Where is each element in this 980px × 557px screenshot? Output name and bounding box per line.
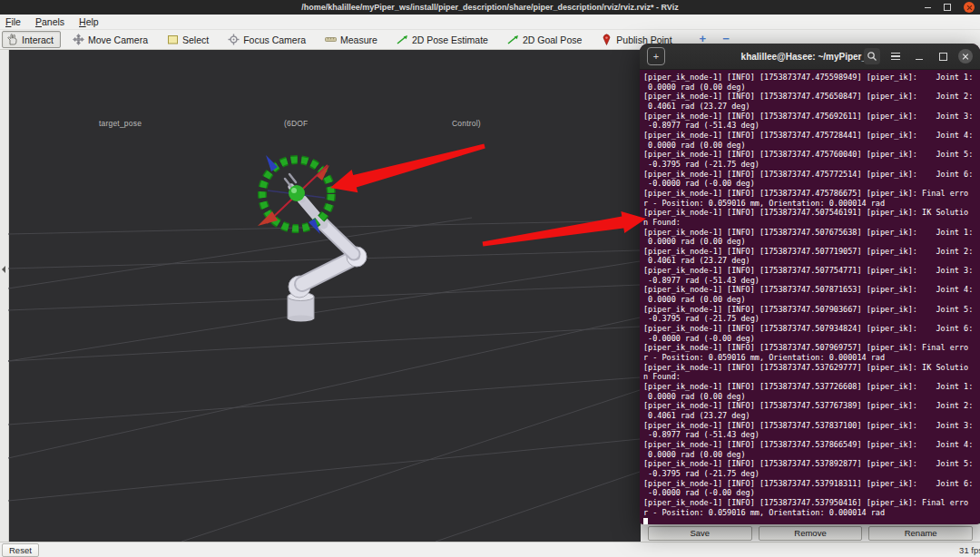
terminal-close-icon[interactable] [958,49,973,64]
tool-interact-button[interactable]: Interact [2,31,61,48]
terminal-window[interactable]: khalillee@Hasee: ~/myPiper_ws + [piper_i… [640,44,980,524]
marker-label-6dof: (6DOF [284,119,309,128]
tool-label: Measure [340,34,377,45]
hand-icon [6,34,18,45]
tool-label: 2D Pose Estimate [412,34,488,45]
tool-label: Move Camera [88,34,148,45]
menu-help[interactable]: Help [79,16,99,27]
menubar: File Panels Help [0,15,980,30]
terminal-maximize-icon[interactable] [935,48,951,64]
marker-label-control: Control) [452,119,481,128]
rviz-window-title: /home/khalillee/myPiper_ws/install/piper… [301,3,678,12]
menu-panels[interactable]: Panels [35,16,64,27]
tool-label: Select [182,34,209,45]
marker-label-target-pose: target_pose [99,119,142,128]
rename-view-button[interactable]: Rename [868,526,973,541]
views-panel-buttons: Save Remove Rename [641,523,980,542]
panel-expand-arrow-icon[interactable] [2,266,5,273]
terminal-cursor [643,518,648,524]
fps-counter: 31 fps [959,545,980,555]
terminal-log-text: [piper_ik_node-1] [INFO] [1753873747.475… [643,73,980,517]
tool-2d-pose-estimate-button[interactable]: 2D Pose Estimate [392,31,495,48]
tool-2d-goal-pose-button[interactable]: 2D Goal Pose [503,31,589,48]
save-view-button[interactable]: Save [648,526,752,541]
tool-label: Interact [22,34,54,45]
terminal-header[interactable]: khalillee@Hasee: ~/myPiper_ws + [640,44,980,70]
tool-move-camera-button[interactable]: Move Camera [68,31,155,48]
menu-file[interactable]: File [5,16,21,27]
tool-focus-camera-button[interactable]: Focus Camera [223,31,313,48]
measure-icon [325,34,337,45]
remove-view-button[interactable]: Remove [759,526,863,541]
tool-label: 2D Goal Pose [523,34,582,45]
rviz-window-controls [925,0,975,15]
tool-measure-button[interactable]: Measure [320,31,385,48]
goal-arrow-icon [507,34,519,45]
tool-select-button[interactable]: Select [162,31,216,48]
select-icon [167,34,179,45]
pose-arrow-icon [397,34,408,45]
maximize-icon[interactable] [944,4,951,11]
map-pin-icon [601,34,612,45]
focus-camera-icon [228,34,240,45]
rviz-titlebar: /home/khalillee/myPiper_ws/install/piper… [0,0,980,15]
reset-button[interactable]: Reset [2,543,39,557]
close-icon[interactable] [964,2,975,13]
statusbar: Reset 31 fps [0,542,980,557]
menu-icon[interactable] [887,48,904,64]
terminal-minimize-icon[interactable] [911,48,927,64]
new-tab-icon[interactable]: + [647,47,665,65]
marker-center-sphere [289,185,305,201]
search-icon[interactable] [864,48,880,64]
terminal-output[interactable]: [piper_ik_node-1] [INFO] [1753873747.475… [640,70,980,524]
move-camera-icon [73,34,84,45]
minimize-icon[interactable] [925,7,931,8]
tool-label: Focus Camera [243,34,306,45]
